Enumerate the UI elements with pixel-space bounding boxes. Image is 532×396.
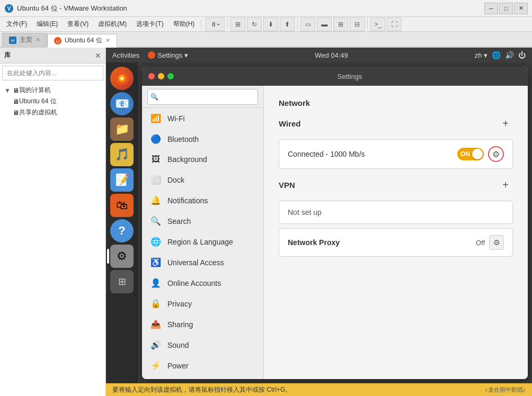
dock-item-settings[interactable]: ⚙: [110, 245, 134, 268]
volume-icon[interactable]: 🔊: [505, 51, 514, 59]
settings-menu-wifi[interactable]: 📶 Wi-Fi: [142, 108, 263, 129]
settings-menu-list: 📶 Wi-Fi 🔵 Bluetooth 🖼: [142, 108, 263, 379]
network-icon[interactable]: 🌐: [492, 51, 501, 59]
settings-body: 🔍 📶 Wi-Fi: [142, 86, 528, 379]
dock-item-writer[interactable]: 📝: [110, 168, 134, 192]
universal-access-menu-label: Universal Access: [167, 258, 224, 267]
menu-edit[interactable]: 编辑(E): [32, 19, 62, 30]
toggle-knob: [472, 149, 483, 159]
background-menu-icon: 🖼: [150, 155, 161, 164]
settings-menu-region[interactable]: 🌐 Region & Language: [142, 231, 263, 252]
toolbar-vm-4[interactable]: ⬆: [280, 17, 295, 31]
settings-search-container: 🔍: [142, 86, 263, 108]
dock-item-software[interactable]: 🛍: [110, 194, 134, 217]
tree-item-shared[interactable]: 🖥 共享的虚拟机: [0, 107, 105, 118]
settings-menu-button[interactable]: Settings ▾: [148, 51, 188, 59]
wired-add-button[interactable]: +: [498, 116, 513, 131]
settings-menu-bluetooth[interactable]: 🔵 Bluetooth: [142, 129, 263, 149]
window-maximize-dot[interactable]: [167, 73, 174, 79]
settings-menu-power[interactable]: ⚡ Power: [142, 355, 263, 376]
tab-ubuntu[interactable]: U Ubuntu 64 位 ✕: [47, 34, 117, 48]
window-title: Ubuntu 64 位 - VMware Workstation: [17, 4, 484, 13]
topbar-center: Wed 04:49: [188, 51, 474, 59]
tree-item-my-computer[interactable]: ▼ 🖥 我的计算机: [0, 85, 105, 96]
sidebar-search-input[interactable]: [2, 66, 103, 80]
wired-toggle-group: ON ⚙: [457, 146, 504, 162]
wired-toggle-switch[interactable]: ON: [457, 148, 484, 160]
dock-item-firefox[interactable]: [110, 67, 134, 90]
menu-file[interactable]: 文件(F): [2, 19, 31, 30]
maximize-button[interactable]: □: [499, 3, 513, 14]
wired-label: Wired: [279, 119, 301, 128]
search-menu-label: Search: [167, 217, 191, 226]
tab-home-close[interactable]: ✕: [36, 37, 40, 43]
universal-access-menu-icon: ♿: [150, 257, 161, 267]
svg-text:V: V: [7, 6, 11, 12]
toolbar-view-3[interactable]: ⊞: [333, 17, 348, 31]
region-menu-icon: 🌐: [150, 237, 161, 247]
topbar-left: Activities Settings ▾: [112, 51, 188, 59]
settings-content-network: Network Wired + Connected - 1000 Mb/s: [264, 86, 528, 379]
settings-menu-background[interactable]: 🖼 Background: [142, 149, 263, 169]
main-area: 库 ✕ ▼ 🖥 我的计算机 🖥 Ubuntu 64 位 🖥 共享的虚拟机: [0, 48, 532, 396]
settings-menu-search[interactable]: 🔍 Search: [142, 211, 263, 231]
wired-header: Wired +: [279, 116, 513, 131]
settings-menu-online-accounts[interactable]: 👤 Online Accounts: [142, 273, 263, 293]
sharing-menu-icon: 📤: [150, 319, 161, 329]
power-topbar-icon[interactable]: ⏻: [518, 51, 526, 59]
dock-item-files[interactable]: 📁: [110, 118, 134, 141]
toolbar-vm-3[interactable]: ⬇: [263, 17, 278, 31]
ubuntu-desktop: 📧 📁 🎵 📝 🛍: [106, 62, 532, 383]
dock-item-help[interactable]: ?: [110, 219, 134, 242]
tab-home[interactable]: H 主页 ✕: [2, 33, 47, 47]
topbar-time: Wed 04:49: [315, 51, 348, 59]
toolbar-vm-2[interactable]: ↻: [247, 17, 262, 31]
settings-menu-notifications[interactable]: 🔔 Notifications: [142, 190, 263, 211]
help-icon: ?: [118, 224, 125, 238]
vmware-window: V Ubuntu 64 位 - VMware Workstation ─ □ ✕…: [0, 0, 532, 396]
tree-label-ubuntu: Ubuntu 64 位: [19, 97, 57, 106]
topbar-right: zh ▾ 🌐 🔊 ⏻: [475, 51, 526, 59]
settings-menu-sharing[interactable]: 📤 Sharing: [142, 314, 263, 335]
vpn-add-button[interactable]: +: [498, 177, 513, 192]
settings-menu-sound[interactable]: 🔊 Sound: [142, 335, 263, 355]
toolbar-vm-1[interactable]: ⊞: [230, 17, 245, 31]
settings-menu-dock[interactable]: ⬜ Dock: [142, 169, 263, 190]
vm-icon: 🖥: [13, 98, 19, 105]
toolbar-sep-3: [367, 17, 368, 29]
toolbar-view-2[interactable]: ▬: [317, 17, 332, 31]
dock-item-rhythmbox[interactable]: 🎵: [110, 143, 134, 166]
settings-menu-privacy[interactable]: 🔒 Privacy: [142, 293, 263, 314]
computer-icon: 🖥: [13, 87, 19, 94]
settings-menu-universal-access[interactable]: ♿ Universal Access: [142, 252, 263, 273]
dock-item-thunderbird[interactable]: 📧: [110, 92, 134, 115]
tree-item-ubuntu[interactable]: 🖥 Ubuntu 64 位: [0, 96, 105, 107]
proxy-settings-gear[interactable]: ⚙: [489, 235, 504, 250]
toolbar-view-1[interactable]: ▭: [300, 17, 315, 31]
settings-search-input[interactable]: [147, 89, 258, 105]
tab-ubuntu-close[interactable]: ✕: [105, 37, 110, 44]
close-button[interactable]: ✕: [514, 3, 528, 14]
background-menu-label: Background: [167, 155, 207, 164]
sidebar-close-button[interactable]: ✕: [95, 51, 101, 60]
menu-help[interactable]: 帮助(H): [169, 19, 199, 30]
window-close-dot[interactable]: [148, 73, 155, 79]
dock-item-apps[interactable]: ⊞: [110, 270, 134, 293]
toolbar-fullscreen[interactable]: ⛶: [387, 17, 402, 31]
toolbar-pause[interactable]: ⏸▾: [206, 17, 225, 31]
toolbar-view-4[interactable]: ⊟: [350, 17, 365, 31]
settings-window: Settings 🔍: [142, 67, 528, 379]
titlebar-buttons: [148, 73, 174, 79]
window-minimize-dot[interactable]: [158, 73, 164, 79]
menu-view[interactable]: 查看(V): [63, 19, 93, 30]
search-menu-icon: 🔍: [150, 216, 161, 226]
minimize-button[interactable]: ─: [484, 3, 498, 14]
wired-settings-gear[interactable]: ⚙: [488, 146, 504, 162]
activities-button[interactable]: Activities: [112, 51, 139, 59]
dock-menu-icon: ⬜: [150, 175, 161, 185]
menu-vm[interactable]: 虚拟机(M): [94, 19, 131, 30]
menu-tabs[interactable]: 选项卡(T): [132, 19, 167, 30]
toolbar-terminal[interactable]: >_: [370, 17, 385, 31]
topbar-lang[interactable]: zh ▾: [475, 51, 487, 59]
status-bar-text: 要将输入定向到该虚拟机，请将鼠标指针移入其中或按 Ctrl+G。: [112, 385, 291, 394]
